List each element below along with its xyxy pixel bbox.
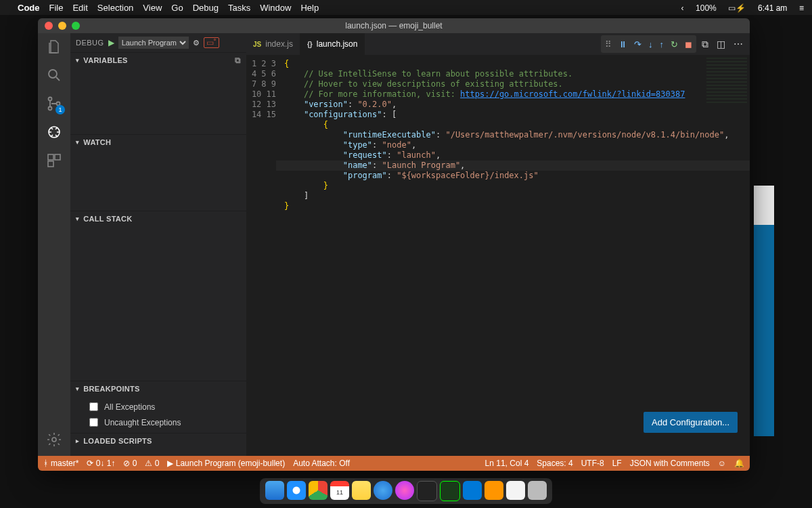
- debug-status[interactable]: ▶ Launch Program (emoji-bullet): [167, 459, 285, 468]
- git-branch[interactable]: ᚼ master*: [43, 459, 78, 468]
- cursor-position[interactable]: Ln 11, Col 4: [485, 459, 529, 468]
- source-control-icon[interactable]: 1: [46, 96, 62, 112]
- dock-terminal[interactable]: [417, 481, 437, 501]
- dock-notes[interactable]: [352, 481, 371, 500]
- bp-uncaught-exceptions[interactable]: Uncaught Exceptions: [87, 415, 241, 430]
- svg-point-2: [49, 107, 52, 110]
- start-debug-icon[interactable]: ▶: [108, 38, 114, 47]
- extensions-icon[interactable]: [46, 152, 62, 169]
- menu-selection[interactable]: Selection: [97, 3, 133, 13]
- menu-window[interactable]: Window: [260, 3, 291, 13]
- menu-edit[interactable]: Edit: [72, 3, 87, 13]
- watch-panel[interactable]: ▾WATCH: [70, 134, 246, 211]
- settings-gear-icon[interactable]: [46, 431, 62, 448]
- app-name[interactable]: Code: [18, 3, 40, 13]
- menu-file[interactable]: File: [49, 3, 64, 13]
- loaded-scripts-panel[interactable]: ▸LOADED SCRIPTS: [70, 433, 246, 448]
- chevron-down-icon: ▾: [76, 57, 79, 64]
- debug-console-icon[interactable]: ▭˚: [204, 37, 219, 48]
- explorer-icon[interactable]: [46, 39, 62, 55]
- scm-badge: 1: [55, 105, 65, 114]
- more-icon[interactable]: ⋯: [734, 39, 743, 49]
- bell-icon[interactable]: 🔔: [734, 459, 744, 468]
- bp-all-checkbox[interactable]: [89, 402, 98, 411]
- dock-sublime[interactable]: [484, 481, 503, 500]
- titlebar[interactable]: launch.json — emoji_bullet: [38, 18, 750, 33]
- debug-floating-toolbar[interactable]: ⠿ ⏸ ↷ ↓ ↑ ↻ ◼: [601, 35, 696, 53]
- debug-settings-icon[interactable]: ⚙: [193, 39, 200, 47]
- svg-point-1: [49, 98, 52, 101]
- line-gutter[interactable]: 1 2 3 4 5 6 7 8 9 10 11 12 13 14 15: [246, 55, 284, 456]
- search-icon[interactable]: [46, 67, 62, 83]
- bp-all-exceptions[interactable]: All Exceptions: [87, 399, 241, 415]
- pause-icon[interactable]: ⏸: [618, 39, 627, 49]
- step-into-icon[interactable]: ↓: [648, 39, 653, 49]
- add-configuration-button[interactable]: Add Configuration...: [644, 412, 738, 433]
- chevron-down-icon: ▾: [76, 139, 79, 146]
- dock-finder[interactable]: [265, 481, 284, 500]
- debug-sidebar: DEBUG ▶ Launch Program ⚙ ▭˚ ▾VARIABLES⧉ …: [70, 33, 246, 456]
- restart-icon[interactable]: ↻: [671, 39, 678, 49]
- language-mode[interactable]: JSON with Comments: [630, 459, 710, 468]
- menu-view[interactable]: View: [143, 3, 162, 13]
- step-over-icon[interactable]: ↷: [634, 39, 641, 49]
- json-file-icon: {}: [307, 41, 313, 48]
- window-title: launch.json — emoji_bullet: [38, 21, 750, 30]
- svg-point-0: [49, 70, 57, 78]
- split-editor-icon[interactable]: ◫: [717, 39, 725, 49]
- loaded-scripts-title: LOADED SCRIPTS: [83, 437, 152, 445]
- encoding[interactable]: UTF-8: [581, 459, 604, 468]
- dock-calendar[interactable]: 11: [330, 481, 349, 500]
- menu-list-icon[interactable]: ≡: [799, 3, 804, 13]
- vscode-window: launch.json — emoji_bullet 1 DEBUG ▶ Lau…: [38, 18, 750, 471]
- dock-trash[interactable]: [528, 481, 547, 500]
- variables-panel[interactable]: ▾VARIABLES⧉: [70, 52, 246, 134]
- watch-title: WATCH: [83, 138, 111, 146]
- background-window-edge: [754, 186, 774, 436]
- battery-icon[interactable]: ▭⚡: [728, 3, 746, 13]
- menu-tasks[interactable]: Tasks: [228, 3, 250, 13]
- auto-attach[interactable]: Auto Attach: Off: [293, 459, 350, 468]
- debug-label: DEBUG: [76, 39, 104, 47]
- tab-launch-json[interactable]: {}launch.json: [300, 33, 365, 55]
- code-content[interactable]: { // Use IntelliSense to learn about pos…: [284, 55, 750, 456]
- clock[interactable]: 6:41 am: [758, 3, 787, 13]
- svg-rect-7: [48, 161, 53, 167]
- menubar-right: ‹ 100% ▭⚡ 6:41 am ≡: [671, 3, 804, 13]
- callstack-panel[interactable]: ▾CALL STACK: [70, 211, 246, 381]
- git-sync[interactable]: ⟳ 0↓ 1↑: [87, 459, 115, 468]
- bp-uncaught-checkbox[interactable]: [89, 418, 98, 427]
- step-out-icon[interactable]: ↑: [660, 39, 664, 49]
- nav-prev-icon[interactable]: ‹: [681, 3, 683, 13]
- debug-icon[interactable]: [46, 124, 62, 140]
- breakpoints-title: BREAKPOINTS: [83, 385, 139, 393]
- tab-index-js[interactable]: JSindex.js: [246, 33, 300, 55]
- battery-text[interactable]: 100%: [696, 3, 717, 13]
- chevron-down-icon: ▾: [76, 385, 79, 392]
- collapse-all-icon[interactable]: ⧉: [235, 56, 241, 65]
- breakpoints-panel[interactable]: ▾BREAKPOINTS All Exceptions Uncaught Exc…: [70, 381, 246, 433]
- menu-debug[interactable]: Debug: [193, 3, 219, 13]
- code-editor[interactable]: 1 2 3 4 5 6 7 8 9 10 11 12 13 14 15 { //…: [246, 55, 750, 456]
- dock-chrome[interactable]: [309, 481, 328, 500]
- eol[interactable]: LF: [612, 459, 622, 468]
- dock-safari[interactable]: [287, 481, 306, 500]
- dock-vscode[interactable]: [463, 481, 482, 500]
- dock-textedit[interactable]: [506, 481, 525, 500]
- debug-config-select[interactable]: Launch Program: [118, 37, 189, 49]
- warnings-count[interactable]: ⚠ 0: [145, 459, 159, 468]
- dock-iterm[interactable]: [440, 481, 460, 501]
- stop-icon[interactable]: ◼: [685, 39, 692, 49]
- menu-help[interactable]: Help: [300, 3, 319, 13]
- activity-bar: 1: [38, 33, 70, 456]
- svg-rect-6: [55, 154, 60, 160]
- macos-dock[interactable]: 11: [260, 478, 552, 504]
- drag-handle-icon[interactable]: ⠿: [605, 39, 612, 49]
- menu-go[interactable]: Go: [171, 3, 183, 13]
- feedback-icon[interactable]: ☺: [718, 459, 726, 468]
- dock-itunes[interactable]: [395, 481, 414, 500]
- indent-setting[interactable]: Spaces: 4: [537, 459, 572, 468]
- errors-count[interactable]: ⊘ 0: [123, 459, 137, 468]
- compare-icon[interactable]: ⧉: [702, 39, 708, 50]
- dock-messenger[interactable]: [374, 481, 392, 500]
